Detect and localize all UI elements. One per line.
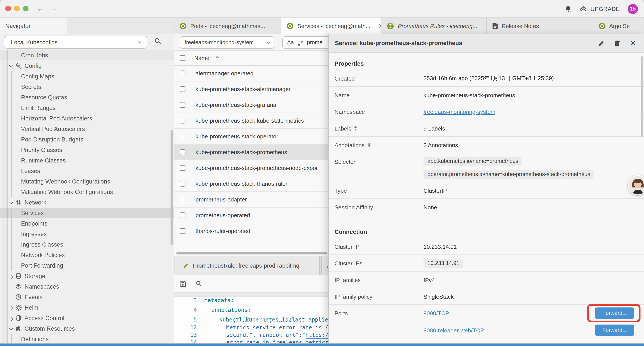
sort-ascending-icon[interactable]: [216, 56, 220, 60]
sidebar-item-config-maps[interactable]: Config Maps: [0, 71, 174, 81]
detail-scrollbar[interactable]: [641, 56, 643, 137]
sidebar-item-namespaces[interactable]: Namespaces: [0, 281, 174, 292]
tab-navigator[interactable]: Navigator: [0, 17, 68, 34]
selector-chip[interactable]: operator.prometheus.io/name=kube-prometh…: [424, 170, 594, 179]
row-checkbox[interactable]: [180, 212, 186, 218]
tab-release-notes[interactable]: Release Notes: [486, 17, 593, 34]
sidebar-item-secrets[interactable]: Secrets: [0, 81, 174, 92]
sidebar-item-network-policies[interactable]: Network Policies: [0, 250, 174, 260]
row-checkbox[interactable]: [180, 86, 186, 92]
port-link[interactable]: 9090/TCP: [424, 310, 449, 317]
tab-argo-se[interactable]: Argo Se: [593, 17, 644, 34]
sidebar-item-storage[interactable]: Storage: [0, 271, 174, 281]
sidebar-item-port-forwarding[interactable]: Port Forwarding: [0, 260, 174, 271]
url-link[interactable]: https://net: [305, 332, 328, 339]
chevron-right-icon[interactable]: [9, 274, 13, 279]
bell-icon[interactable]: [565, 5, 572, 12]
sidebar-item-access-control[interactable]: Access Control: [0, 313, 174, 323]
row-checkbox[interactable]: [180, 228, 186, 234]
table-row-kube-prometheus-stack-prometheus[interactable]: kube-prometheus-stack-prometheus: [174, 145, 328, 160]
sidebar-item-definitions[interactable]: Definitions: [0, 334, 174, 343]
chevron-down-icon[interactable]: [9, 200, 13, 204]
row-checkbox[interactable]: [180, 197, 186, 202]
row-checkbox[interactable]: [180, 149, 186, 155]
sidebar-item-endpoints[interactable]: Endpoints: [0, 218, 174, 229]
sidebar-item-config[interactable]: Config: [0, 60, 174, 71]
sidebar-item-priority-classes[interactable]: Priority Classes: [0, 145, 174, 155]
tab-prometheus-rules-icecheng[interactable]: Prometheus Rules - icecheng...: [382, 17, 486, 34]
table-row-kube-prometheus-stack-operator[interactable]: kube-prometheus-stack-operator: [174, 129, 328, 145]
sidebar-item-pod-disruption-budgets[interactable]: Pod Disruption Budgets: [0, 134, 174, 145]
sidebar-item-resource-quotas[interactable]: Resource Quotas: [0, 92, 174, 102]
row-checkbox[interactable]: [180, 134, 186, 139]
regex-toggle[interactable]: *: [298, 39, 303, 46]
row-checkbox[interactable]: [180, 118, 186, 123]
sidebar-item-services[interactable]: Services: [0, 208, 174, 218]
close-icon[interactable]: ✕: [630, 40, 636, 47]
expand-toggle-icon[interactable]: [354, 126, 357, 130]
filter-input[interactable]: Aa * prome: [282, 36, 328, 49]
table-row-prometheus-operated[interactable]: prometheus-operated: [174, 208, 328, 223]
table-row-kube-prometheus-stack-prometheus-node-expor[interactable]: kube-prometheus-stack-prometheus-node-ex…: [174, 160, 328, 176]
row-checkbox[interactable]: [180, 165, 186, 171]
sidebar-item-validating-webhook-configurations[interactable]: Validating Webhook Configurations: [0, 187, 174, 197]
table-row-kube-prometheus-stack-grafana[interactable]: kube-prometheus-stack-grafana: [174, 97, 328, 113]
forward-button[interactable]: Forward...: [595, 308, 634, 319]
table-row-alertmanager-operated[interactable]: alertmanager-operated: [174, 66, 328, 81]
chevron-right-icon[interactable]: [9, 317, 13, 321]
namespace-link[interactable]: freeleaps-monitoring-system: [424, 108, 496, 115]
tab-pods-icecheng-mathmas[interactable]: Pods - icecheng@mathmas...: [174, 17, 281, 34]
editor-tab-prometheusrule[interactable]: PrometheusRule: freeleaps-prod-rabbitmq: [175, 256, 320, 275]
namespace-select[interactable]: freeleaps-monitoring-system: [180, 36, 274, 49]
sidebar-item-vertical-pod-autoscalers[interactable]: Vertical Pod Autoscalers: [0, 123, 174, 134]
table-horizontal-scrollbar[interactable]: [176, 252, 328, 255]
table-row-thanos-ruler-operated[interactable]: thanos-ruler-operated: [174, 223, 328, 239]
sidebar-scrollbar[interactable]: [170, 130, 173, 245]
save-icon[interactable]: [179, 280, 186, 287]
traffic-light-minimize-button[interactable]: [14, 6, 20, 11]
sidebar-item-horizontal-pod-autoscalers[interactable]: Horizontal Pod Autoscalers: [0, 113, 174, 123]
notification-count-badge[interactable]: 15: [628, 4, 638, 14]
sidebar-item-ingresses[interactable]: Ingresses: [0, 229, 174, 239]
sidebar-item-runtime-classes[interactable]: Runtime Classes: [0, 155, 174, 166]
selector-chip[interactable]: app.kubernetes.io/name=prometheus: [424, 157, 522, 166]
chevron-right-icon[interactable]: [9, 306, 13, 310]
delete-icon[interactable]: [614, 40, 620, 47]
name-column-header[interactable]: Name: [194, 55, 209, 61]
sidebar-item-network[interactable]: Network: [0, 197, 174, 208]
sidebar-item-ingress-classes[interactable]: Ingress Classes: [0, 239, 174, 250]
yaml-editor[interactable]: 3metadata:4annotations:5kubectl.kubernet…: [174, 297, 328, 343]
table-row-prometheus-adapter[interactable]: prometheus-adapter: [174, 192, 328, 208]
tab-services-icecheng-math[interactable]: Services - icecheng@math...✕: [281, 17, 382, 34]
tab-close-icon[interactable]: ✕: [378, 23, 382, 29]
port-link[interactable]: 8080:reloader-web/TCP: [424, 327, 484, 334]
row-checkbox[interactable]: [180, 70, 186, 76]
chevron-down-icon[interactable]: [9, 326, 13, 330]
sidebar-item-events[interactable]: Events: [0, 292, 174, 302]
upgrade-button[interactable]: UPGRADE: [580, 5, 620, 12]
traffic-light-close-button[interactable]: [5, 6, 11, 11]
table-row-kube-prometheus-stack-kube-state-metrics[interactable]: kube-prometheus-stack-kube-state-metrics: [174, 113, 328, 129]
edit-icon[interactable]: [598, 40, 604, 47]
sidebar-item-leases[interactable]: Leases: [0, 166, 174, 176]
row-checkbox[interactable]: [180, 181, 186, 187]
forward-arrow-icon[interactable]: →: [50, 4, 58, 13]
editor-search-icon[interactable]: [196, 280, 202, 287]
traffic-light-zoom-button[interactable]: [23, 6, 28, 11]
table-row-kube-prometheus-stack-alertmanager[interactable]: kube-prometheus-stack-alertmanager: [174, 81, 328, 97]
select-all-checkbox[interactable]: [180, 55, 186, 61]
editor-tab-partial[interactable]: [321, 256, 328, 275]
sidebar-item-custom-resources[interactable]: Custom Resources: [0, 323, 174, 334]
forward-button[interactable]: Forward...: [595, 325, 634, 336]
sidebar-item-cron-jobs[interactable]: Cron Jobs: [0, 50, 174, 60]
kubeconfig-select[interactable]: Local Kubeconfigs: [4, 36, 147, 49]
table-row-kube-prometheus-stack-thanos-ruler[interactable]: kube-prometheus-stack-thanos-ruler: [174, 176, 328, 192]
chevron-down-icon[interactable]: [9, 63, 13, 67]
row-checkbox[interactable]: [180, 102, 186, 108]
expand-toggle-icon[interactable]: [368, 143, 370, 147]
sidebar-item-mutating-webhook-configurations[interactable]: Mutating Webhook Configurations: [0, 176, 174, 187]
sidebar-item-helm[interactable]: Helm: [0, 302, 174, 313]
sidebar-search-icon[interactable]: [154, 38, 161, 46]
sidebar-item-limit-ranges[interactable]: Limit Ranges: [0, 102, 174, 113]
back-arrow-icon[interactable]: ←: [37, 4, 44, 13]
